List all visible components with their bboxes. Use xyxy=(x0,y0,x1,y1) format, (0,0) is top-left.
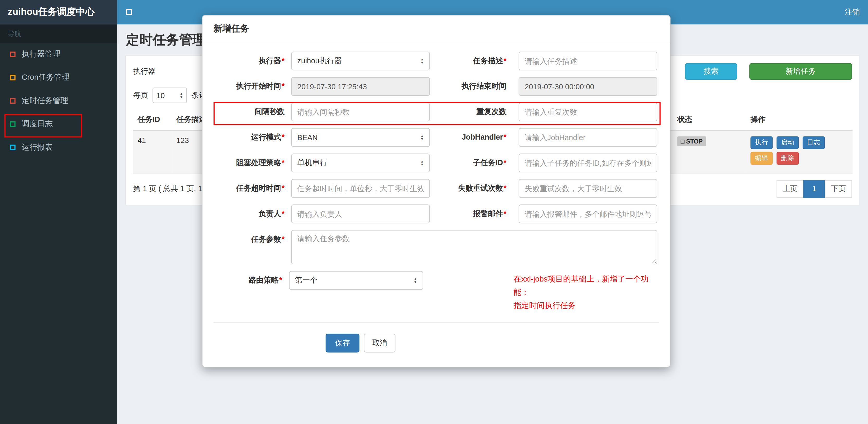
feature-note: 在xxl-jobs项目的基础上，新增了一个功能： 指定时间执行任务 xyxy=(514,271,659,312)
pager: 上页 1 下页 xyxy=(777,180,852,198)
feature-note-line1: 在xxl-jobs项目的基础上，新增了一个功能： xyxy=(514,272,659,299)
form-row-4: 运行模式 BEAN JobHandler xyxy=(214,128,659,147)
run-mode-field-label: 运行模式 xyxy=(214,128,291,147)
select-arrows-icon xyxy=(421,134,424,141)
select-arrows-icon xyxy=(180,92,183,99)
prev-page-button[interactable]: 上页 xyxy=(776,180,804,198)
sidebar-item-label: 调度日志 xyxy=(22,119,53,129)
interval-field-label: 间隔秒数 xyxy=(214,103,291,121)
edit-button[interactable]: 编辑 xyxy=(750,152,773,165)
run-mode-select[interactable]: BEAN xyxy=(291,128,430,147)
start-button[interactable]: 启动 xyxy=(776,136,799,149)
page-1-button[interactable]: 1 xyxy=(803,180,825,198)
task-id-cell: 41 xyxy=(133,130,172,173)
operation-cell: 执行 启动 日志 编辑 删除 xyxy=(746,130,852,173)
stop-square-icon xyxy=(681,139,684,143)
sidebar-item-label: Cron任务管理 xyxy=(22,73,70,83)
jobhandler-field-label: JobHandler xyxy=(430,128,519,147)
feature-note-line2: 指定时间执行任务 xyxy=(514,299,659,312)
repeat-field-label: 重复次数 xyxy=(430,103,519,121)
route-strategy-select[interactable]: 第一个 xyxy=(289,271,423,290)
sidebar-toggle-icon[interactable] xyxy=(126,9,132,15)
route-strategy-select-value: 第一个 xyxy=(295,275,317,286)
per-page-label: 每页 xyxy=(133,90,148,100)
per-page-value: 10 xyxy=(156,91,165,99)
col-header-operation: 操作 xyxy=(746,110,852,130)
alarm-email-field-label: 报警邮件 xyxy=(430,204,519,223)
block-strategy-select-value: 单机串行 xyxy=(298,158,328,168)
sidebar-item-dispatch-log[interactable]: 调度日志 xyxy=(0,112,117,136)
execute-button[interactable]: 执行 xyxy=(750,136,773,149)
timeout-input[interactable] xyxy=(291,179,430,198)
jobhandler-input[interactable] xyxy=(519,128,657,147)
logout-link[interactable]: 注销 xyxy=(845,0,860,25)
sidebar-item-cron-task-management[interactable]: Cron任务管理 xyxy=(0,66,117,89)
modal-title: 新增任务 xyxy=(203,15,670,43)
modal-footer-buttons: 保存 取消 xyxy=(291,334,430,352)
block-strategy-field-label: 阻塞处理策略 xyxy=(214,153,291,172)
brand-title: zuihou任务调度中心 xyxy=(0,0,117,25)
sidebar-nav-header: 导航 xyxy=(0,25,117,43)
job-param-field-label: 任务参数 xyxy=(214,230,291,264)
square-outline-icon xyxy=(10,98,16,104)
timeout-field-label: 任务超时时间 xyxy=(214,179,291,198)
form-row-3: 间隔秒数 重复次数 xyxy=(214,103,659,121)
form-row-1: 执行器 zuihou执行器 任务描述 xyxy=(214,52,659,70)
per-page-select[interactable]: 10 xyxy=(153,88,187,103)
select-arrows-icon xyxy=(421,58,424,64)
end-time-input[interactable] xyxy=(519,77,657,96)
job-desc-field-label: 任务描述 xyxy=(430,52,519,70)
status-cell: STOP xyxy=(673,130,746,173)
sidebar-item-label: 运行报表 xyxy=(22,142,53,152)
run-mode-select-value: BEAN xyxy=(298,133,318,142)
square-outline-icon xyxy=(10,75,16,80)
executor-select-value: zuihou执行器 xyxy=(298,56,342,66)
add-task-button[interactable]: 新增任务 xyxy=(749,63,852,80)
cancel-button[interactable]: 取消 xyxy=(364,334,396,352)
sidebar-item-run-report[interactable]: 运行报表 xyxy=(0,136,117,159)
executor-field-label: 执行器 xyxy=(214,52,291,70)
select-arrows-icon xyxy=(414,277,417,284)
alarm-email-input[interactable] xyxy=(519,204,657,223)
sidebar-item-scheduled-task-management[interactable]: 定时任务管理 xyxy=(0,89,117,112)
job-param-textarea[interactable] xyxy=(291,230,657,264)
square-outline-icon xyxy=(10,52,16,57)
square-outline-icon xyxy=(10,121,16,127)
col-header-task-id: 任务ID xyxy=(133,110,172,130)
save-button[interactable]: 保存 xyxy=(326,334,360,352)
select-arrows-icon xyxy=(421,160,424,166)
sidebar-item-label: 定时任务管理 xyxy=(22,96,68,106)
form-row-6: 任务超时时间 失败重试次数 xyxy=(214,179,659,198)
add-task-modal: 新增任务 执行器 zuihou执行器 任务描述 执行开始时间 执行结束时间 间隔… xyxy=(202,15,671,367)
col-header-status: 状态 xyxy=(673,110,746,130)
next-page-button[interactable]: 下页 xyxy=(825,180,852,198)
owner-field-label: 负责人 xyxy=(214,204,291,223)
form-row-7: 负责人 报警邮件 xyxy=(214,204,659,223)
job-desc-input[interactable] xyxy=(519,52,657,70)
delete-button[interactable]: 删除 xyxy=(776,152,799,165)
modal-footer: 保存 取消 xyxy=(214,322,659,367)
search-button[interactable]: 搜索 xyxy=(685,63,737,80)
modal-body: 执行器 zuihou执行器 任务描述 执行开始时间 执行结束时间 间隔秒数 重复… xyxy=(203,43,670,312)
start-time-input[interactable] xyxy=(291,77,430,96)
pagination-summary: 第 1 页 ( 总共 1 页, 1 xyxy=(133,184,202,194)
route-strategy-field-label: 路由策略 xyxy=(214,271,289,312)
form-row-5: 阻塞处理策略 单机串行 子任务ID xyxy=(214,153,659,172)
status-badge: STOP xyxy=(677,136,706,146)
sidebar-item-executor-management[interactable]: 执行器管理 xyxy=(0,43,117,66)
interval-input[interactable] xyxy=(291,103,430,121)
app-viewport: zuihou任务调度中心 注销 导航 执行器管理 Cron任务管理 定时任务管理… xyxy=(0,0,868,424)
start-time-field-label: 执行开始时间 xyxy=(214,77,291,96)
form-row-9: 路由策略 第一个 在xxl-jobs项目的基础上，新增了一个功能： 指定时间执行… xyxy=(214,271,659,312)
retry-field-label: 失败重试次数 xyxy=(430,179,519,198)
repeat-input[interactable] xyxy=(519,103,657,121)
end-time-field-label: 执行结束时间 xyxy=(430,77,519,96)
child-job-field-label: 子任务ID xyxy=(430,153,519,172)
sidebar-item-label: 执行器管理 xyxy=(22,49,60,59)
retry-input[interactable] xyxy=(519,179,657,198)
child-job-input[interactable] xyxy=(519,153,657,172)
block-strategy-select[interactable]: 单机串行 xyxy=(291,153,430,172)
executor-select[interactable]: zuihou执行器 xyxy=(291,52,430,70)
log-button[interactable]: 日志 xyxy=(802,136,825,149)
owner-input[interactable] xyxy=(291,204,430,223)
